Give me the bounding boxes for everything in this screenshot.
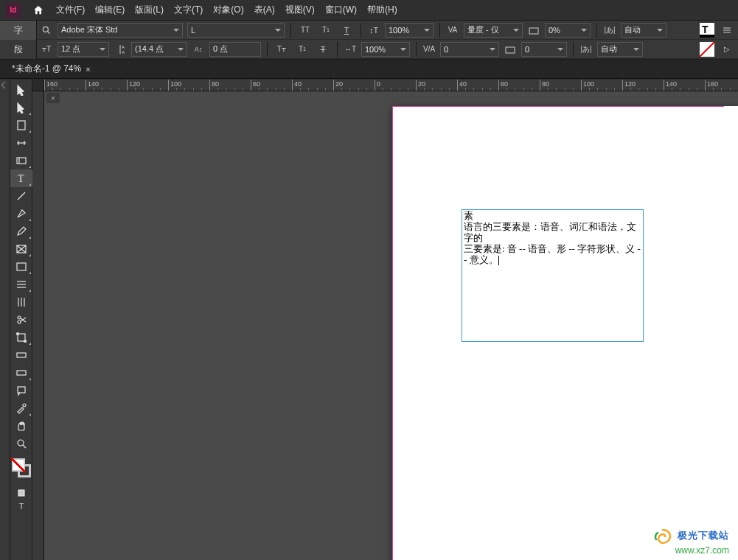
lang-icon-1: |あ| (603, 24, 616, 37)
lang1-combo[interactable]: 自动 (621, 23, 666, 38)
expand-button[interactable]: ▷ (719, 42, 735, 57)
text-content[interactable]: 素 语言的三要素是：语音、词汇和语法，文字的 三要素是: 音 -- 语音、形 -… (462, 210, 643, 267)
direct-selection-tool[interactable] (10, 99, 32, 116)
fill-swatch[interactable] (12, 458, 25, 472)
font-size-combo[interactable]: 12 点 (58, 42, 109, 57)
collapse-chevron-icon[interactable] (0, 80, 10, 90)
vertical-scale-combo[interactable]: 100% (385, 23, 434, 38)
pencil-tool[interactable] (10, 223, 32, 240)
type-tool[interactable]: T (10, 169, 32, 187)
rectangle-frame-tool[interactable] (10, 240, 32, 258)
vertical-ruler[interactable] (32, 91, 44, 560)
fill-text-swatch[interactable] (700, 23, 714, 38)
menu-type[interactable]: 文字(T) (174, 4, 203, 16)
menu-bar: Id 文件(F) 编辑(E) 版面(L) 文字(T) 对象(O) 表(A) 视图… (0, 0, 738, 21)
text-cursor (498, 256, 499, 265)
font-family-combo[interactable]: Adobe 宋体 Std (58, 23, 183, 38)
smallcaps-button[interactable]: Tᴛ (274, 42, 290, 57)
free-transform-tool[interactable] (10, 329, 32, 346)
svg-line-32 (21, 318, 26, 321)
menu-view[interactable]: 视图(V) (285, 4, 315, 16)
chevron-down-icon (490, 48, 495, 51)
svg-rect-37 (17, 371, 26, 375)
hand-tool[interactable] (10, 417, 32, 435)
zoom-tool[interactable] (10, 435, 32, 452)
svg-point-40 (18, 440, 24, 446)
chevron-down-icon (178, 48, 184, 51)
fill-stroke-swatches[interactable] (10, 457, 32, 486)
chevron-down-icon (633, 48, 639, 51)
menu-object[interactable]: 对象(O) (213, 4, 243, 16)
text-line-3: 三要素是: 音 -- 语音、形 -- 字符形状、义 -- 意义。 (464, 243, 641, 265)
menu-edit[interactable]: 编辑(E) (95, 4, 125, 16)
font-style-value: L (191, 26, 195, 35)
format-container-button[interactable] (10, 486, 32, 500)
char-mode-button[interactable]: 字 (0, 21, 36, 40)
ruler-origin[interactable] (32, 80, 44, 91)
tab-close-icon[interactable]: × (86, 65, 90, 74)
para-mode-button[interactable]: 段 (0, 40, 36, 59)
subscript-button[interactable]: T1 (294, 42, 310, 57)
leading-combo[interactable]: (14.4 点 (131, 42, 187, 57)
kerning-icon: V/A (422, 43, 436, 56)
opt2-combo[interactable]: 0 (521, 42, 567, 57)
baseline-combo[interactable]: 0 点 (209, 42, 261, 57)
rectangle-tool[interactable] (10, 258, 32, 276)
panel-menu-button[interactable] (719, 23, 735, 38)
menu-file[interactable]: 文件(F) (56, 4, 85, 16)
opt-icon-1 (527, 24, 540, 37)
strikethrough-button[interactable]: T (315, 42, 331, 57)
gradient-feather-tool[interactable] (10, 364, 32, 382)
selection-tool[interactable] (10, 81, 32, 99)
svg-rect-38 (18, 387, 25, 393)
gradient-swatch-tool[interactable] (10, 346, 32, 364)
canvas[interactable]: 1601401201008060402002040608010012014016… (32, 80, 738, 560)
ruler-tick: 160 (705, 80, 718, 91)
line-tool[interactable] (10, 187, 32, 205)
tracking-combo[interactable]: 量度 - 仅 (464, 23, 523, 38)
opt2-value: 0 (525, 45, 529, 54)
svg-rect-3 (529, 28, 538, 34)
ruler-tab-close-icon[interactable]: × (46, 93, 60, 103)
kerning-combo[interactable]: 0 (440, 42, 499, 57)
svg-line-1 (48, 31, 50, 33)
svg-text:↕T: ↕T (369, 26, 379, 35)
menu-window[interactable]: 窗口(W) (325, 4, 357, 16)
gap-tool[interactable] (10, 134, 32, 152)
panel-collapse-strip[interactable] (0, 80, 10, 560)
text-frame[interactable]: 素 语言的三要素是：语音、词汇和语法，文字的 三要素是: 音 -- 语音、形 -… (462, 209, 644, 342)
chevron-down-icon (275, 29, 281, 32)
control-row-1: Adobe 宋体 Std L TT T1 T ↕T 100% VA 量度 - 仅… (37, 21, 738, 40)
stroke-text-swatch[interactable] (700, 42, 714, 57)
horizontal-scale-combo[interactable]: 100% (361, 42, 410, 57)
horizontal-grid-tool[interactable] (10, 276, 32, 293)
home-icon[interactable] (31, 3, 46, 18)
font-family-value: Adobe 宋体 Std (61, 24, 117, 35)
tracking-icon: VA (446, 24, 459, 37)
format-text-button[interactable]: T (10, 500, 32, 513)
menu-layout[interactable]: 版面(L) (135, 4, 164, 16)
svg-point-29 (18, 316, 21, 319)
content-collector-tool[interactable] (10, 152, 32, 169)
eyedropper-tool[interactable] (10, 399, 32, 417)
menu-table[interactable]: 表(A) (254, 4, 275, 16)
underline-button[interactable]: T (338, 23, 355, 38)
note-tool[interactable] (10, 382, 32, 399)
pen-tool[interactable] (10, 205, 32, 223)
document-tab-title: *未命名-1 @ 74% (12, 63, 81, 75)
lang1-value: 自动 (624, 24, 641, 35)
vertical-grid-tool[interactable] (10, 293, 32, 311)
font-search-icon[interactable] (40, 24, 53, 37)
superscript-button[interactable]: T1 (318, 23, 334, 38)
allcaps-button[interactable]: TT (297, 23, 313, 38)
opt1-combo[interactable]: 0% (545, 23, 591, 38)
document-page[interactable]: 素 语言的三要素是：语音、词汇和语法，文字的 三要素是: 音 -- 语音、形 -… (392, 106, 738, 560)
scissors-tool[interactable] (10, 311, 32, 329)
menu-help[interactable]: 帮助(H) (367, 4, 397, 16)
horizontal-ruler[interactable]: 1601401201008060402002040608010012014016… (44, 80, 738, 91)
page-tool[interactable] (10, 116, 32, 134)
lang2-combo[interactable]: 自动 (597, 42, 643, 57)
horizontal-scale-icon: ↔T (344, 43, 357, 56)
font-style-combo[interactable]: L (187, 23, 285, 38)
document-tab[interactable]: *未命名-1 @ 74% × (6, 60, 97, 77)
